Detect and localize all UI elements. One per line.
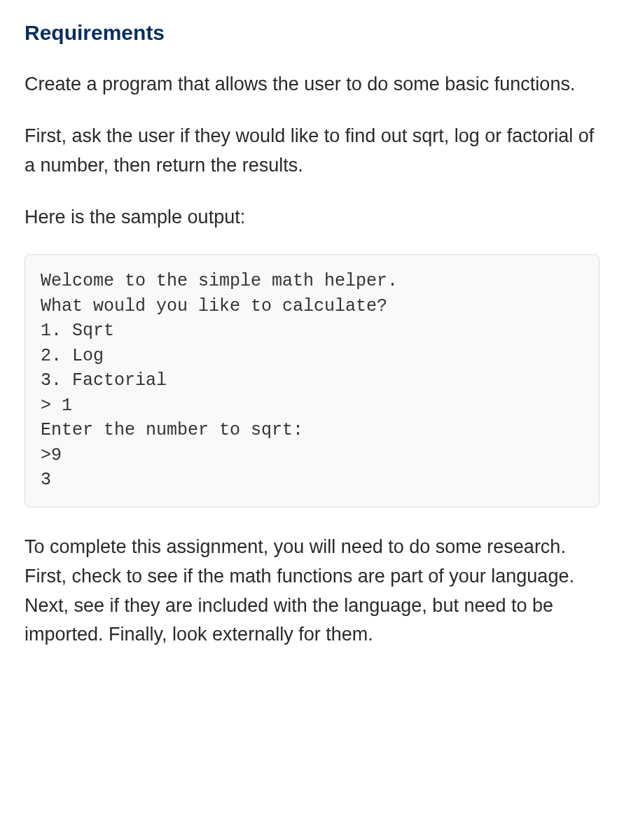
- intro-paragraph: Create a program that allows the user to…: [25, 70, 599, 99]
- task-paragraph: First, ask the user if they would like t…: [25, 122, 599, 181]
- sample-output-label: Here is the sample output:: [25, 203, 599, 232]
- conclusion-paragraph: To complete this assignment, you will ne…: [25, 533, 599, 650]
- sample-output-code: Welcome to the simple math helper. What …: [25, 254, 599, 507]
- requirements-heading: Requirements: [25, 21, 599, 45]
